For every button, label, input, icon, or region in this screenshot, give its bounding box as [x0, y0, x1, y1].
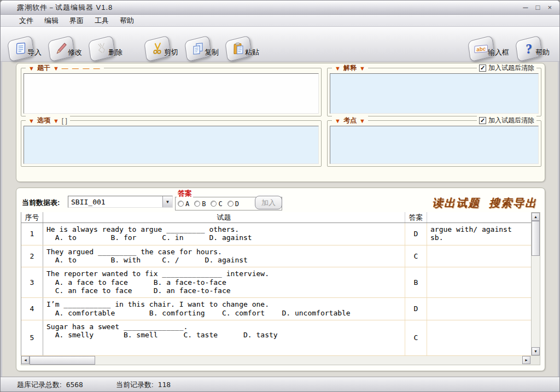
scroll-up-icon[interactable]: ▲ [532, 213, 540, 221]
radio-icon[interactable] [194, 201, 200, 207]
triangle-icon: ▼ [359, 65, 365, 72]
header-index: 序号 [21, 212, 43, 223]
paste-label: 粘贴 [245, 48, 259, 57]
points-label: ▼ 考点 ▼ [332, 116, 368, 125]
editor-panel: ▼ 题干 ▼ — — — — ▼ 解释 ▼ 加入试题后清除 ▼ 选项 [16, 63, 545, 182]
menu-edit[interactable]: 编辑 [39, 15, 64, 27]
table-row[interactable]: 2 They argued _________ the case for hou… [21, 245, 531, 268]
stem-label: ▼ 题干 ▼ — — — — [26, 63, 104, 73]
triangle-icon: ▼ [28, 118, 34, 124]
points-textarea[interactable] [330, 126, 539, 164]
explain-label: ▼ 解释 ▼ [332, 63, 368, 73]
vertical-scrollbar[interactable]: ▲ ▼ [531, 212, 540, 356]
maximize-icon[interactable]: □ [536, 4, 540, 11]
row-answer: D [405, 223, 427, 245]
paste-button[interactable]: 粘贴 [226, 31, 259, 59]
data-panel: 当前数据表: SBII_001 答案 A B [16, 188, 545, 371]
row-answer: B [405, 267, 427, 297]
explain-groupbox: ▼ 解释 ▼ 加入试题后清除 [327, 68, 541, 116]
points-clear-checkbox[interactable]: 加入试题后清除 [477, 116, 536, 125]
stem-dashes: — — — — [62, 65, 101, 72]
cut-button[interactable]: 剪切 [145, 31, 178, 59]
toolbar-right-group: abc 输入框 ? 帮助 [469, 31, 550, 59]
table-header: 序号 试题 答案 [21, 212, 531, 223]
horizontal-scroll-thumb[interactable] [30, 356, 95, 365]
help-button[interactable]: ? 帮助 [516, 31, 550, 59]
calligraphy-links: 读出试题 搜索导出 [432, 196, 537, 210]
triangle-icon: ▼ [359, 118, 365, 124]
close-icon[interactable]: × [547, 4, 552, 11]
copy-label: 复制 [205, 48, 219, 57]
row-index: 1 [21, 223, 43, 245]
scroll-down-icon[interactable]: ▼ [532, 347, 540, 355]
row-note [427, 267, 531, 297]
delete-label: 删除 [108, 48, 122, 57]
horizontal-scrollbar[interactable]: ◄ ► [21, 356, 540, 365]
cut-label: 剪切 [164, 48, 178, 57]
datasheet-value: SBII_001 [68, 198, 162, 206]
scroll-right-icon[interactable]: ► [522, 356, 530, 364]
explain-clear-checkbox[interactable]: 加入试题后清除 [477, 63, 536, 73]
answer-radio-c[interactable]: C [211, 200, 222, 208]
stem-textarea[interactable] [24, 73, 319, 114]
answer-radio-a[interactable]: A [178, 200, 189, 208]
table-row[interactable]: 4 I’m ___________ in this chair. I want … [21, 298, 531, 320]
import-label: 导入 [27, 48, 42, 57]
triangle-icon: ▼ [53, 65, 59, 72]
header-answer: 答案 [405, 212, 427, 223]
options-textarea[interactable] [24, 126, 319, 164]
row-index: 4 [21, 298, 43, 320]
title-bar: 露潮软件－试题编辑器 V1.8 ─ □ × [1, 1, 559, 15]
points-groupbox: ▼ 考点 ▼ 加入试题后清除 [327, 120, 541, 167]
add-button[interactable]: 加入 [255, 196, 282, 209]
window-controls: ─ □ × [523, 4, 552, 11]
radio-icon[interactable] [211, 201, 217, 207]
checkbox-icon[interactable] [479, 117, 486, 124]
row-index: 5 [21, 320, 43, 355]
menu-tools[interactable]: 工具 [89, 15, 114, 27]
datasheet-label: 当前数据表: [22, 198, 60, 208]
modify-button[interactable]: 修改 [49, 31, 82, 59]
modify-label: 修改 [68, 48, 82, 57]
input-box-label: 输入框 [488, 48, 509, 57]
radio-icon[interactable] [228, 201, 234, 207]
horizontal-scroll-track[interactable] [30, 356, 522, 365]
row-index: 2 [21, 245, 43, 267]
search-export-link[interactable]: 搜索导出 [489, 196, 537, 210]
answer-radio-d[interactable]: D [228, 200, 239, 208]
menu-interface[interactable]: 界面 [64, 15, 89, 27]
chevron-down-icon[interactable] [162, 196, 172, 207]
radio-icon[interactable] [178, 201, 184, 207]
triangle-icon: ▼ [28, 65, 34, 72]
header-note [427, 212, 531, 223]
stem-groupbox: ▼ 题干 ▼ — — — — [21, 68, 322, 116]
copy-button[interactable]: 复制 [185, 31, 219, 59]
minimize-icon[interactable]: ─ [523, 4, 528, 11]
row-question: Sugar has a sweet ______________. A. sme… [43, 320, 405, 355]
total-records-value: 6568 [66, 381, 83, 389]
explain-textarea[interactable] [330, 73, 539, 114]
row-question: He is always ready to argue _________ ot… [43, 223, 405, 245]
options-groupbox: ▼ 选项 ▼ [ ] [21, 120, 322, 167]
menu-bar: 文件 编辑 界面 工具 帮助 [1, 15, 559, 27]
scroll-left-icon[interactable]: ◄ [21, 356, 30, 364]
question-table: 序号 试题 答案 1 He is always ready to argue _… [21, 212, 540, 365]
table-row[interactable]: 5 Sugar has a sweet ______________. A. s… [21, 320, 531, 356]
checkbox-icon[interactable] [479, 65, 486, 72]
table-row[interactable]: 3 The reporter wanted to fix ___________… [21, 267, 531, 298]
vertical-scroll-track[interactable] [532, 221, 540, 347]
input-box-button[interactable]: abc 输入框 [469, 31, 509, 59]
vertical-scroll-thumb[interactable] [532, 221, 540, 256]
answer-radio-b[interactable]: B [194, 200, 206, 208]
datasheet-combobox[interactable]: SBII_001 [68, 196, 173, 208]
read-questions-link[interactable]: 读出试题 [432, 196, 480, 210]
triangle-icon: ▼ [53, 118, 59, 124]
triangle-icon: ▼ [335, 65, 341, 72]
menu-file[interactable]: 文件 [14, 15, 39, 27]
table-row[interactable]: 1 He is always ready to argue _________ … [21, 223, 531, 245]
row-answer: C [405, 320, 427, 355]
import-button[interactable]: 导入 [8, 31, 42, 59]
menu-help[interactable]: 帮助 [114, 15, 139, 27]
current-records-label: 当前记录数: [116, 380, 154, 390]
delete-button[interactable]: 删除 [89, 31, 122, 59]
